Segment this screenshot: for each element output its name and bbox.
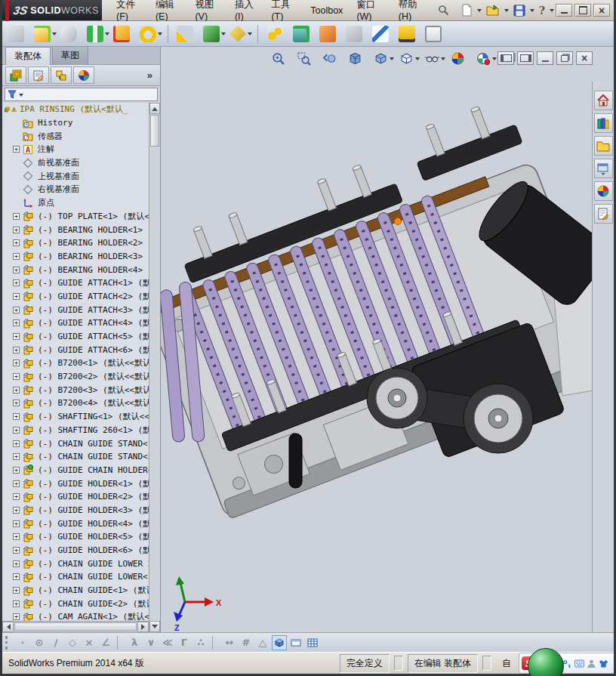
toolbar-drag-handle[interactable]: [5, 636, 9, 650]
previous-view-icon[interactable]: [322, 51, 345, 66]
tree-filter-box[interactable]: [5, 88, 158, 101]
scroll-left-button[interactable]: [2, 622, 14, 632]
sep-icon[interactable]: [212, 636, 218, 650]
tree-item[interactable]: (-) GUIDE HOLDER<1> (默: [2, 477, 149, 490]
search-icon[interactable]: [438, 0, 449, 20]
explode-line-sketch-icon[interactable]: [345, 25, 371, 43]
minimize-child-button[interactable]: [537, 51, 553, 65]
tree-item[interactable]: 右视基准面: [2, 183, 149, 196]
expand-toggle[interactable]: [13, 239, 20, 246]
tree-item[interactable]: 原点: [2, 196, 149, 210]
menu-item[interactable]: 插入(I): [228, 0, 264, 22]
show-hidden-components-icon[interactable]: [292, 25, 318, 43]
expand-toggle[interactable]: [13, 413, 20, 420]
expand-toggle[interactable]: [13, 319, 20, 326]
tree-item[interactable]: (-) GUIDE ATTACH<1> (默: [2, 276, 149, 290]
expand-toggle[interactable]: [13, 600, 20, 607]
customize-label[interactable]: 自: [502, 657, 511, 670]
document-tab[interactable]: 草图: [52, 46, 88, 64]
sep-icon[interactable]: [117, 636, 123, 650]
tree-horizontal-scrollbar[interactable]: [2, 621, 149, 632]
exploded-view-icon[interactable]: [319, 25, 344, 43]
dock-right-child-button[interactable]: [517, 51, 534, 65]
dimension-tool-icon[interactable]: ↔: [222, 635, 237, 650]
sep-icon[interactable]: [257, 25, 263, 43]
tree-item[interactable]: (-) BEARING HOLDER<2> (: [2, 236, 149, 250]
expand-toggle[interactable]: [13, 373, 20, 380]
tree-item[interactable]: (-) GUIDE ATTACH<2> (默: [2, 290, 149, 304]
tree-item[interactable]: (-) CAM AGAIN<1> (默认<: [2, 610, 149, 621]
expand-toggle[interactable]: [13, 547, 20, 554]
vscroll-thumb[interactable]: [150, 115, 159, 147]
interference-detection-icon[interactable]: [398, 25, 424, 43]
expand-toggle[interactable]: [13, 307, 20, 313]
tree-vertical-scrollbar[interactable]: [149, 103, 160, 632]
expand-toggle[interactable]: [13, 279, 20, 286]
mate-icon[interactable]: [86, 25, 112, 43]
menu-item[interactable]: Toolbox: [303, 5, 350, 16]
propertymanager-tab[interactable]: [28, 66, 49, 84]
tree-item[interactable]: (-) CHAIN GUIDE<2> (默认: [2, 597, 149, 610]
tree-item[interactable]: (-) BEARING HOLDER<1> (: [2, 223, 149, 236]
expand-toggle[interactable]: [13, 507, 20, 514]
open-document-icon[interactable]: [33, 25, 59, 43]
polygon-tool-icon[interactable]: ◇: [65, 635, 80, 650]
offset-tool-icon[interactable]: ≪: [160, 635, 175, 650]
displaymanager-tab[interactable]: [73, 66, 94, 84]
tree-item[interactable]: (-) B7200<4> (默认<<默认: [2, 397, 149, 410]
section-view-icon[interactable]: [347, 51, 371, 66]
measure-icon[interactable]: [371, 25, 397, 43]
tree-item[interactable]: (-) GUIDE CHAIN HOLDER<: [2, 464, 149, 477]
soft-keyboard-icon[interactable]: [574, 659, 584, 668]
tree-item[interactable]: (-) CHAIN GUIDE LOWER<1: [2, 570, 149, 584]
insert-component-icon[interactable]: [7, 25, 32, 43]
corner-tool-icon[interactable]: Γ: [177, 635, 192, 650]
expand-toggle[interactable]: [13, 347, 20, 353]
point-tool-icon[interactable]: ·: [15, 635, 30, 650]
zoom-to-fit-icon[interactable]: [270, 51, 294, 66]
menu-item[interactable]: 窗口(W): [350, 0, 391, 22]
expand-toggle[interactable]: [13, 267, 20, 273]
menu-item[interactable]: 帮助(H): [392, 0, 432, 22]
close-child-button[interactable]: [576, 51, 593, 65]
construction-points-tool-icon[interactable]: ∴: [193, 635, 208, 650]
tree-item[interactable]: (-) SHAFTING 260<1> (默: [2, 424, 149, 437]
menu-item[interactable]: 编辑(E): [149, 0, 189, 22]
tree-item[interactable]: (-) CHAIN GUIDE STAND<2: [2, 450, 149, 464]
tree-item[interactable]: IPA RINSING (默认<默认_: [2, 103, 149, 116]
tree-item[interactable]: (-) SHAFTING<1> (默认<<: [2, 410, 149, 424]
expand-toggle[interactable]: [13, 293, 20, 300]
menu-item[interactable]: 工具(T): [264, 0, 303, 22]
tree-item[interactable]: (-) TOP PLATE<1> (默认<: [2, 210, 149, 224]
skin-icon[interactable]: [599, 659, 608, 668]
help-caret[interactable]: [550, 9, 554, 14]
tree-item[interactable]: (-) GUIDE HOLDER<6> (默: [2, 544, 149, 557]
assembly-features-icon[interactable]: [202, 25, 228, 43]
restore-child-button[interactable]: [556, 51, 573, 65]
angle-snap-tool-icon[interactable]: △: [255, 635, 270, 650]
menu-item[interactable]: 文件(F): [109, 0, 149, 22]
grid-tool-icon[interactable]: #: [239, 635, 254, 650]
attachments-icon[interactable]: [60, 25, 85, 43]
move-component-icon[interactable]: [176, 25, 202, 43]
zoom-to-area-icon[interactable]: [296, 51, 319, 66]
tree-item[interactable]: 前视基准面: [2, 156, 149, 170]
smart-fasteners-icon[interactable]: [112, 25, 138, 43]
tree-item[interactable]: (-) B7200<1> (默认<<默认: [2, 357, 149, 370]
expand-toggle[interactable]: [13, 400, 20, 406]
expand-toggle[interactable]: [13, 146, 20, 153]
expand-toggle[interactable]: [13, 533, 20, 540]
rotate-component-icon[interactable]: [139, 25, 165, 43]
tree-item[interactable]: (-) GUIDE HOLDER<3> (默: [2, 504, 149, 517]
screen-capture-icon[interactable]: [424, 25, 450, 43]
tree-item[interactable]: (-) BEARING HOLDER<4> (: [2, 263, 149, 276]
expand-toggle[interactable]: [13, 333, 20, 340]
minimize-window-button[interactable]: [556, 4, 572, 17]
line-tool-icon[interactable]: /: [48, 635, 63, 650]
sep-icon[interactable]: [168, 25, 173, 43]
tree-item[interactable]: (-) BEARING HOLDER<3> (: [2, 250, 149, 264]
design-library-tab[interactable]: [594, 113, 613, 133]
appearances-tab[interactable]: [594, 181, 613, 201]
expand-toggle[interactable]: [13, 587, 20, 594]
panel-overflow-chevron[interactable]: »: [147, 69, 157, 81]
